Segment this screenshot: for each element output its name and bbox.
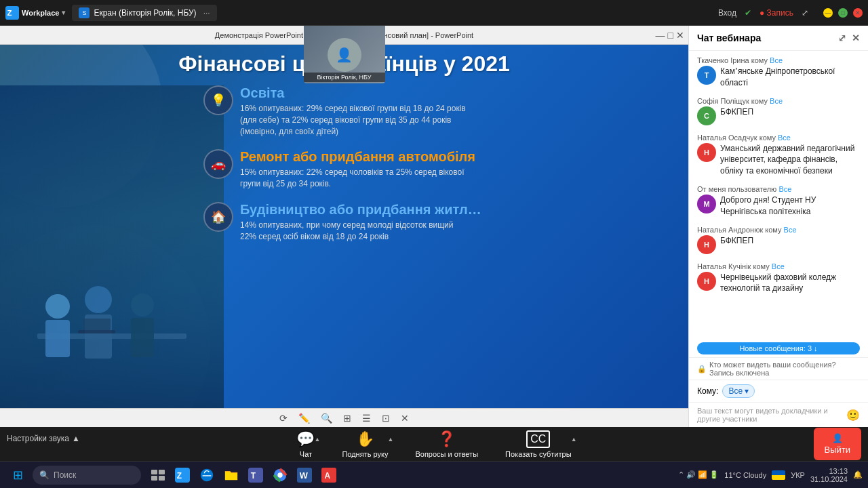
- chat-action-icon: 💬: [296, 430, 315, 448]
- new-messages-badge[interactable]: Новые сообщения: 3 ↓: [697, 342, 860, 354]
- slide-content: Фінансові цілі українців у 2021 💡 Освіта…: [0, 45, 688, 408]
- close-button[interactable]: ✕: [853, 8, 863, 18]
- chat-sender-3: Наталья Осадчук кому Все: [697, 134, 860, 142]
- slide-item-housing-text: Будівництво або придбання житл… 14% опит…: [240, 202, 481, 243]
- chat-emoji-button[interactable]: 🙂: [846, 409, 860, 422]
- chat-sender-6: Наталья Кучінік кому Все: [697, 262, 860, 270]
- svg-rect-11: [83, 319, 111, 330]
- chat-input-area[interactable]: Ваш текст могут видеть докладчики и друг…: [689, 402, 868, 427]
- audio-settings-chevron: ▲: [72, 434, 80, 443]
- taskbar: ⊞ 🔍 Поиск Z T: [0, 461, 868, 488]
- slide-item-education: 💡 Освіта 16% опитуваних: 29% серед віков…: [203, 85, 675, 137]
- chat-to-label: Кому:: [697, 386, 718, 396]
- tool-2[interactable]: ✏️: [298, 413, 310, 424]
- taskbar-search[interactable]: 🔍 Поиск: [33, 466, 141, 485]
- slide-toolbar: ⟳ ✏️ 🔍 ⊞ ☰ ⊡ ✕: [0, 408, 688, 427]
- lock-icon: 🔒: [697, 365, 707, 373]
- education-icon: 💡: [203, 85, 233, 115]
- chat-sender-1: Ткаченко Ірина кому Все: [697, 56, 860, 64]
- svg-point-6: [85, 286, 112, 313]
- taskbar-app-word[interactable]: W: [293, 463, 316, 487]
- taskbar-app-zoom[interactable]: Z: [171, 463, 194, 487]
- housing-body: 14% опитуваних, при чому серед молоді ві…: [240, 220, 481, 243]
- taskbar-app-acrobat[interactable]: A: [317, 463, 340, 487]
- minimize-button[interactable]: —: [823, 8, 833, 18]
- taskbar-systray: ⌃ 🔊 📶 🔋 11°C Cloudy УКР 13:13 31.10.2024…: [678, 467, 863, 483]
- top-bar-actions: Вход ✔ ● Запись ⤢ — □ ✕: [718, 8, 863, 18]
- chat-msg-row-3: H Уманський державний педагогічний уніве…: [697, 143, 860, 177]
- app-name: Workplace: [22, 9, 59, 17]
- fullscreen-icon[interactable]: ⤢: [802, 8, 808, 18]
- slide-item-housing: 🏠 Будівництво або придбання житл… 14% оп…: [203, 202, 675, 243]
- education-body: 16% опитуваних: 29% серед вікової групи …: [240, 103, 466, 137]
- tool-7[interactable]: ✕: [401, 413, 409, 424]
- chat-to-select[interactable]: Все ▾: [722, 384, 755, 398]
- qa-label: Вопросы и ответы: [415, 450, 478, 458]
- tab-action[interactable]: ···: [203, 8, 210, 18]
- chat-sender-2: Софія Поліщук кому Все: [697, 97, 860, 105]
- chat-message-6: Наталья Кучінік кому Все H Чернівецький …: [697, 262, 860, 295]
- tool-5[interactable]: ☰: [362, 413, 371, 424]
- chat-header-actions: ⤢ ✕: [838, 33, 860, 43]
- ppt-close[interactable]: ✕: [676, 30, 684, 41]
- raise-hand-action[interactable]: ✋ Поднять руку ▲: [328, 430, 401, 458]
- clock-date: 31.10.2024: [810, 475, 848, 483]
- active-tab[interactable]: S Екран (Вікторія Ролік, НБУ) ···: [72, 5, 216, 21]
- svg-rect-15: [159, 476, 165, 481]
- chat-status-text: Кто может видеть ваши сообщения? Запись …: [709, 361, 860, 377]
- language-flag: [772, 470, 785, 480]
- chat-msg-row-5: H БФКПЕП: [697, 235, 860, 254]
- chat-message-2: Софія Поліщук кому Все C БФКПЕП: [697, 97, 860, 125]
- dropdown-arrow: ▾: [745, 386, 749, 396]
- taskbar-app-chrome[interactable]: [269, 463, 292, 487]
- maximize-button[interactable]: □: [838, 8, 848, 18]
- weather-label: 11°C Cloudy: [724, 471, 766, 479]
- taskbar-app-explorer[interactable]: [220, 463, 243, 487]
- qa-action[interactable]: ❓ Вопросы и ответы: [401, 430, 492, 458]
- svg-text:Z: Z: [177, 470, 182, 480]
- start-button[interactable]: ⊞: [5, 463, 30, 487]
- notification-button[interactable]: 🔔: [853, 470, 863, 479]
- svg-point-4: [45, 294, 70, 319]
- exit-section: 👤 Выйти: [814, 428, 862, 460]
- raise-hand-label: Поднять руку: [342, 450, 388, 458]
- ppt-minimize[interactable]: —: [656, 30, 665, 41]
- tool-3[interactable]: 🔍: [321, 413, 332, 424]
- taskview-button[interactable]: [146, 463, 170, 487]
- chat-bubble-1: Камʼянське Дніпропетровської області: [720, 66, 860, 89]
- tool-4[interactable]: ⊞: [343, 413, 351, 424]
- qa-icon: ❓: [437, 430, 456, 448]
- taskbar-app-teams[interactable]: T: [244, 463, 267, 487]
- tool-1[interactable]: ⟳: [279, 413, 288, 424]
- signin-button[interactable]: Вход: [718, 8, 736, 18]
- search-icon: 🔍: [39, 470, 50, 480]
- dropdown-icon[interactable]: ▾: [62, 9, 65, 16]
- subtitles-action[interactable]: CC Показать субтитры ▲: [492, 430, 585, 458]
- chat-action[interactable]: 💬 Чат ▲: [283, 430, 328, 458]
- audio-settings-label: Настройки звука: [7, 434, 69, 443]
- svg-text:A: A: [325, 470, 331, 480]
- tab-icon: S: [79, 7, 90, 18]
- svg-point-8: [131, 293, 154, 317]
- chat-bubble-3: Уманський державний педагогічний універс…: [720, 143, 860, 177]
- car-icon: 🚗: [203, 149, 233, 179]
- ppt-restore[interactable]: □: [668, 30, 673, 41]
- chat-bubble-4: Доброго дня! Студент НУ Чернігівська пол…: [720, 195, 860, 218]
- car-body: 15% опитуваних: 22% серед чоловіків та 2…: [240, 167, 475, 190]
- chat-close-icon[interactable]: ✕: [852, 33, 860, 43]
- bottom-bar-actions: Настройки звука ▲ 💬 Чат ▲ ✋ Поднять руку…: [0, 427, 868, 461]
- chat-bubble-6: Чернівецький фаховий коледж технологій т…: [720, 272, 860, 295]
- chat-input-placeholder[interactable]: Ваш текст могут видеть докладчики и друг…: [697, 407, 846, 423]
- audio-settings[interactable]: Настройки звука ▲: [7, 434, 80, 443]
- taskbar-app-edge[interactable]: [195, 463, 218, 487]
- exit-button[interactable]: 👤 Выйти: [814, 428, 862, 460]
- svg-text:T: T: [251, 470, 256, 480]
- car-heading: Ремонт або придбання автомобіля: [240, 149, 475, 165]
- slide-items: 💡 Освіта 16% опитуваних: 29% серед віков…: [203, 85, 675, 401]
- chat-msg-row-6: H Чернівецький фаховий коледж технологій…: [697, 272, 860, 295]
- tool-6[interactable]: ⊡: [382, 413, 390, 424]
- chat-popout-icon[interactable]: ⤢: [838, 33, 846, 43]
- bottom-bar: Настройки звука ▲ 💬 Чат ▲ ✋ Поднять руку…: [0, 427, 868, 488]
- svg-rect-13: [159, 470, 165, 474]
- taskbar-apps: Z T W A: [146, 463, 340, 487]
